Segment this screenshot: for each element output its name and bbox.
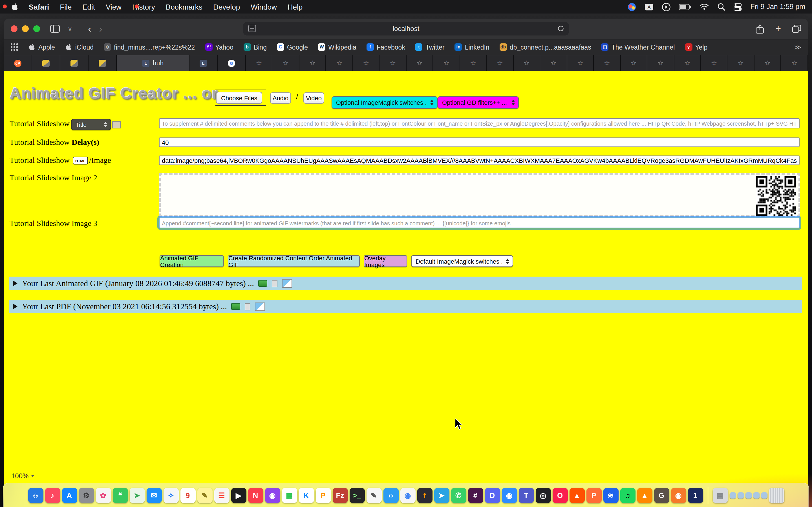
randomized-gif-button[interactable]: Create Randomized Content Order Animated… bbox=[228, 255, 360, 267]
tab-cpanel[interactable]: cP bbox=[4, 55, 32, 71]
dock-icon-zoom[interactable]: ◉ bbox=[502, 488, 517, 503]
image-preview-icon[interactable] bbox=[255, 302, 265, 311]
dock-icon-calendar[interactable]: 9 bbox=[180, 488, 195, 503]
dock-icon-finder[interactable]: ☺ bbox=[28, 488, 43, 503]
dock-icon-teams[interactable]: T bbox=[518, 488, 534, 503]
dock-icon-external-drive[interactable]: ▤ bbox=[712, 488, 728, 503]
menubar-app-icon[interactable] bbox=[627, 3, 636, 11]
dock-icon-reminders[interactable]: ☰ bbox=[214, 488, 229, 503]
bookmark-the-weather-channel[interactable]: ◫The Weather Channel bbox=[601, 43, 675, 51]
dock-icon-music[interactable]: ♪ bbox=[45, 488, 60, 503]
dock-minimized-window[interactable] bbox=[745, 492, 751, 498]
watermark-comment-input[interactable] bbox=[159, 217, 800, 228]
dock-icon-numbers[interactable]: ▦ bbox=[282, 488, 297, 503]
menu-item-view[interactable]: View bbox=[106, 3, 121, 11]
html-chip[interactable]: HTML bbox=[73, 157, 88, 165]
dock-minimized-window[interactable] bbox=[737, 492, 744, 498]
tab-star-21[interactable]: ☆ bbox=[781, 55, 808, 71]
bookmark-facebook[interactable]: fFacebook bbox=[366, 43, 405, 51]
menubar-clock[interactable]: Fri 9 Jan 1:59 pm bbox=[750, 3, 805, 11]
dock-icon-trash[interactable] bbox=[769, 488, 784, 503]
title-select[interactable]: Title bbox=[71, 119, 111, 130]
bookmark-find-minus-rep-22s-22[interactable]: ⊙find_minus....rep+%22s%22 bbox=[104, 43, 195, 51]
menu-item-window[interactable]: Window bbox=[251, 3, 277, 11]
dock-icon-news[interactable]: N bbox=[248, 488, 263, 503]
dock-icon-telegram[interactable]: ➤ bbox=[434, 488, 449, 503]
bookmark-yahoo[interactable]: Y!Yahoo bbox=[205, 43, 234, 51]
tab-star-9[interactable]: ☆ bbox=[460, 55, 487, 71]
dock-icon-notes[interactable]: ✎ bbox=[197, 488, 212, 503]
tab-star-16[interactable]: ☆ bbox=[647, 55, 674, 71]
image-preview-icon[interactable] bbox=[282, 279, 292, 288]
imagemagick-switches-select[interactable]: Optional ImageMagick switches ... bbox=[332, 96, 438, 109]
zoom-window-button[interactable] bbox=[33, 25, 40, 32]
dock-icon-postman[interactable]: P bbox=[586, 488, 601, 503]
dock-icon-discord[interactable]: D bbox=[485, 488, 500, 503]
dock-icon-slack[interactable]: # bbox=[468, 488, 483, 503]
file-icon[interactable] bbox=[272, 280, 278, 287]
file-icon[interactable] bbox=[245, 303, 251, 310]
tab-tool-3[interactable] bbox=[89, 55, 117, 71]
page-zoom-widget[interactable]: 100% bbox=[11, 472, 34, 480]
file-input[interactable]: Choose Files bbox=[215, 90, 266, 106]
dock-icon-spotify[interactable]: ♫ bbox=[620, 488, 635, 503]
menu-item-help[interactable]: Help bbox=[288, 3, 303, 11]
menu-item-develop[interactable]: Develop bbox=[213, 3, 240, 11]
bookmark-db-connect-p-aaasaaafaas[interactable]: dbdb_connect.p...aaasaaafaas bbox=[500, 43, 591, 51]
bookmark-bing[interactable]: bBing bbox=[244, 43, 267, 51]
tab-star-5[interactable]: ☆ bbox=[353, 55, 380, 71]
color-swatch-button[interactable] bbox=[112, 121, 121, 128]
menu-item-bookmarks[interactable]: Bookmarks bbox=[166, 3, 202, 11]
bookmarks-overflow-chevron[interactable]: ≫ bbox=[794, 43, 801, 51]
menu-item-safari[interactable]: Safari bbox=[29, 3, 49, 11]
dock-icon-app-store[interactable]: A bbox=[62, 488, 77, 503]
bookmark-yelp[interactable]: yYelp bbox=[685, 43, 707, 51]
favorites-grid-icon[interactable] bbox=[11, 43, 18, 51]
bookmark-linkedin[interactable]: inLinkedIn bbox=[455, 43, 490, 51]
data-uri-input[interactable] bbox=[159, 156, 800, 165]
minimize-window-button[interactable] bbox=[22, 25, 29, 32]
dock-icon-obs[interactable]: ◎ bbox=[536, 488, 551, 503]
dock-icon-tv[interactable]: ▶ bbox=[231, 488, 246, 503]
last-pdf-accordion[interactable]: Your Last PDF (November 03 2021 06:14:56… bbox=[9, 300, 802, 313]
dock-minimized-window[interactable] bbox=[729, 492, 735, 498]
overlay-images-button[interactable]: Overlay Images bbox=[364, 255, 407, 267]
dock-icon-brave[interactable]: ▲ bbox=[569, 488, 585, 503]
choose-files-button[interactable]: Choose Files bbox=[216, 92, 262, 104]
reload-icon[interactable] bbox=[557, 25, 564, 32]
dock-icon-photos[interactable]: ✿ bbox=[96, 488, 111, 503]
tab-star-10[interactable]: ☆ bbox=[487, 55, 513, 71]
tab-star-12[interactable]: ☆ bbox=[540, 55, 567, 71]
dock-icon-keynote[interactable]: K bbox=[299, 488, 314, 503]
dock-icon-blender[interactable]: ◉ bbox=[671, 488, 686, 503]
tab-star-1[interactable]: ☆ bbox=[246, 55, 273, 71]
gif-media-icon[interactable] bbox=[232, 303, 241, 310]
dock-minimized-window[interactable] bbox=[761, 492, 767, 498]
dock-icon-opera[interactable]: O bbox=[552, 488, 567, 503]
dock-icon-vscode[interactable]: ‹› bbox=[383, 488, 398, 503]
tab-localhost[interactable]: L bbox=[190, 55, 218, 71]
bookmark-twitter[interactable]: tTwitter bbox=[415, 43, 445, 51]
new-tab-button[interactable]: + bbox=[775, 23, 781, 34]
gd-filters-select[interactable]: Optional GD filters++ ... bbox=[438, 96, 519, 109]
tab-star-13[interactable]: ☆ bbox=[567, 55, 594, 71]
apple-menu[interactable] bbox=[11, 3, 18, 11]
dock-icon-docker[interactable]: ≋ bbox=[603, 488, 618, 503]
tab-star-19[interactable]: ☆ bbox=[728, 55, 755, 71]
audio-button[interactable]: Audio bbox=[270, 93, 291, 104]
tab-star-20[interactable]: ☆ bbox=[755, 55, 781, 71]
dock-icon-whatsapp[interactable]: ✆ bbox=[451, 488, 466, 503]
spotlight-icon[interactable] bbox=[717, 3, 725, 11]
menu-item-file[interactable]: File bbox=[60, 3, 71, 11]
dock-icon-textedit[interactable]: ✎ bbox=[366, 488, 382, 503]
wifi-icon[interactable] bbox=[700, 3, 709, 10]
tab-star-14[interactable]: ☆ bbox=[594, 55, 620, 71]
dock-icon-1password[interactable]: 1 bbox=[688, 488, 703, 503]
tab-star-7[interactable]: ☆ bbox=[407, 55, 434, 71]
slideshow-delay-input[interactable] bbox=[159, 137, 800, 147]
dock-icon-safari[interactable]: ✧ bbox=[163, 488, 179, 503]
image2-dropzone[interactable] bbox=[159, 173, 800, 217]
dock-icon-mail[interactable]: ✉ bbox=[146, 488, 161, 503]
gif-media-icon[interactable] bbox=[259, 280, 267, 287]
tab-tool-2[interactable] bbox=[60, 55, 89, 71]
